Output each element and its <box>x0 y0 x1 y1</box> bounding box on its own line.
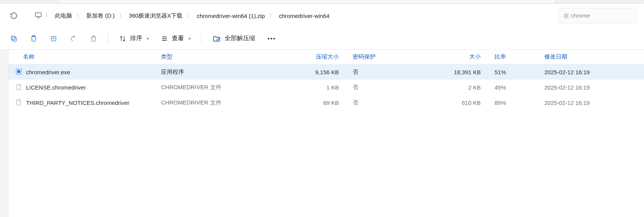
file-type: CHROMEDRIVER 文件 <box>154 99 258 106</box>
more-button[interactable]: ••• <box>263 31 281 46</box>
toolbar-separator <box>108 33 108 44</box>
title-pill <box>58 0 556 4</box>
file-password-protected: 否 <box>346 84 399 91</box>
search-input[interactable]: 在 chrome <box>559 8 637 23</box>
file-size: 18,391 KB <box>399 69 488 75</box>
copy-icon <box>10 35 18 42</box>
file-type: 应用程序 <box>154 69 258 76</box>
view-label: 查看 <box>172 34 184 42</box>
column-header-name[interactable]: 名称 ⌃ <box>8 53 154 60</box>
more-icon: ••• <box>268 35 276 42</box>
extract-all-label: 全部解压缩 <box>225 34 255 42</box>
copy-button[interactable] <box>5 31 22 46</box>
chevron-down-icon: ▾ <box>189 36 191 41</box>
svg-rect-2 <box>11 36 15 40</box>
breadcrumb-item-0[interactable]: 此电脑 <box>51 10 76 22</box>
column-header-password[interactable]: 密码保护 <box>346 53 399 60</box>
breadcrumb-item-1[interactable]: 新加卷 (D:) <box>82 10 118 22</box>
file-ratio: 51% <box>488 69 537 75</box>
breadcrumb: 〉 此电脑 〉 新加卷 (D:) 〉 360极速浏览器X下载 〉 chromed… <box>29 8 554 23</box>
sort-icon <box>119 35 126 42</box>
exe-icon <box>15 68 22 76</box>
file-ratio: 89% <box>488 100 537 106</box>
file-modified: 2025-02-12 16:19 <box>537 100 622 106</box>
file-list: 名称 ⌃ 类型 压缩大小 密码保护 大小 比率 修改日期 chromedrive… <box>8 50 644 217</box>
svg-rect-8 <box>17 70 20 73</box>
refresh-icon <box>10 12 18 20</box>
breadcrumb-item-3[interactable]: chromedriver-win64 (1).zip <box>193 10 269 21</box>
file-icon <box>15 99 22 107</box>
trash-icon <box>90 35 97 42</box>
extract-icon <box>212 34 221 43</box>
breadcrumb-item-4[interactable]: chromedriver-win64 <box>275 10 334 21</box>
file-row[interactable]: LICENSE.chromedriverCHROMEDRIVER 文件1 KB否… <box>8 80 644 95</box>
file-modified: 2025-02-12 16:19 <box>537 69 622 75</box>
svg-rect-1 <box>13 37 16 41</box>
view-button[interactable]: 查看 ▾ <box>156 31 195 46</box>
svg-rect-0 <box>36 13 41 16</box>
delete-button[interactable] <box>85 31 102 46</box>
sort-button[interactable]: 排序 ▾ <box>115 31 153 46</box>
chevron-down-icon: ▾ <box>147 36 149 41</box>
refresh-button[interactable] <box>7 9 21 23</box>
paste-icon <box>30 35 38 42</box>
file-row[interactable]: chromedriver.exe应用程序9,156 KB否18,391 KB51… <box>8 64 644 80</box>
sort-label: 排序 <box>130 34 142 42</box>
file-compressed-size: 9,156 KB <box>258 69 346 75</box>
column-headers: 名称 ⌃ 类型 压缩大小 密码保护 大小 比率 修改日期 <box>8 50 644 64</box>
file-name-cell: THIRD_PARTY_NOTICES.chromedriver <box>8 99 154 107</box>
file-name: LICENSE.chromedriver <box>26 84 86 91</box>
toolbar-separator <box>201 33 202 44</box>
column-header-ratio[interactable]: 比率 <box>488 53 537 60</box>
chevron-right-icon[interactable]: 〉 <box>186 12 193 19</box>
file-compressed-size: 69 KB <box>258 100 346 106</box>
file-modified: 2025-02-12 16:19 <box>537 84 622 91</box>
rename-icon <box>50 35 58 42</box>
breadcrumb-item-2[interactable]: 360极速浏览器X下载 <box>125 10 186 22</box>
view-icon <box>161 35 168 42</box>
share-button[interactable] <box>65 31 82 46</box>
main-area: 名称 ⌃ 类型 压缩大小 密码保护 大小 比率 修改日期 chromedrive… <box>0 50 644 217</box>
file-name-cell: chromedriver.exe <box>8 68 154 76</box>
file-name: THIRD_PARTY_NOTICES.chromedriver <box>26 100 130 106</box>
chevron-right-icon[interactable]: 〉 <box>118 12 125 19</box>
column-header-size[interactable]: 大小 <box>399 53 488 60</box>
nav-pane-collapsed[interactable] <box>0 50 8 217</box>
paste-button[interactable] <box>25 31 42 46</box>
chevron-right-icon[interactable]: 〉 <box>76 12 82 19</box>
chevron-right-icon[interactable]: 〉 <box>269 12 275 19</box>
file-icon <box>15 83 22 91</box>
file-name: chromedriver.exe <box>26 69 70 75</box>
address-bar: 〉 此电脑 〉 新加卷 (D:) 〉 360极速浏览器X下载 〉 chromed… <box>0 4 644 28</box>
toolbar: 排序 ▾ 查看 ▾ 全部解压缩 ••• <box>0 28 644 50</box>
file-size: 610 KB <box>399 100 488 106</box>
file-ratio: 49% <box>488 84 537 91</box>
chevron-right-icon[interactable]: 〉 <box>44 12 51 19</box>
file-compressed-size: 1 KB <box>258 84 346 91</box>
column-header-modified[interactable]: 修改日期 <box>537 53 622 60</box>
file-password-protected: 否 <box>346 99 399 106</box>
file-row[interactable]: THIRD_PARTY_NOTICES.chromedriverCHROMEDR… <box>8 95 644 110</box>
search-placeholder: 在 chrome <box>564 12 590 20</box>
share-icon <box>70 35 77 42</box>
column-header-type[interactable]: 类型 <box>154 53 258 60</box>
rename-button[interactable] <box>45 31 62 46</box>
file-size: 2 KB <box>399 84 488 91</box>
extract-all-button[interactable]: 全部解压缩 <box>208 31 260 46</box>
monitor-icon <box>32 11 44 20</box>
file-type: CHROMEDRIVER 文件 <box>154 84 258 91</box>
file-name-cell: LICENSE.chromedriver <box>8 83 154 91</box>
column-header-compressed-size[interactable]: 压缩大小 <box>258 53 346 60</box>
file-password-protected: 否 <box>346 69 399 76</box>
